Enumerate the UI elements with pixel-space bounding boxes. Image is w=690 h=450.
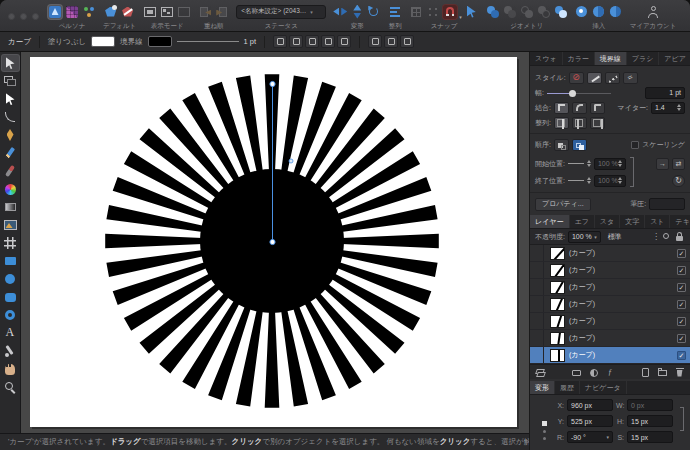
- panel-tab-レイヤー[interactable]: レイヤー: [530, 215, 570, 228]
- fill-color-swatch[interactable]: [91, 36, 115, 47]
- arrow-start-stepper[interactable]: [587, 160, 591, 167]
- insert-target-on-top-icon[interactable]: [400, 35, 414, 48]
- insert-on-top-icon[interactable]: [609, 5, 623, 19]
- layer-name[interactable]: (カーブ): [569, 333, 677, 343]
- rotate-ccw-icon[interactable]: [367, 5, 381, 19]
- stroke-width-panel-slider[interactable]: [547, 89, 611, 97]
- layer-settings-gear-icon[interactable]: [661, 231, 671, 242]
- vector-crop-tool[interactable]: [2, 235, 19, 251]
- view-pixel-icon[interactable]: [160, 5, 174, 19]
- arrows-behind-icon[interactable]: ⇄: [672, 158, 685, 170]
- mask-layer-icon[interactable]: [571, 367, 582, 378]
- panel-tab-カラー[interactable]: カラー: [563, 52, 595, 65]
- align-center-icon[interactable]: [554, 117, 569, 129]
- view-retina-icon[interactable]: [177, 5, 191, 19]
- layer-name[interactable]: (カーブ): [569, 248, 677, 258]
- layer-visible-checkbox[interactable]: ✓: [677, 283, 686, 292]
- transform-input-h[interactable]: 15 px: [627, 415, 673, 427]
- swap-arrows-icon[interactable]: →: [656, 158, 669, 170]
- pressure-profile[interactable]: [649, 198, 685, 210]
- geometry-subtract-icon[interactable]: [503, 5, 517, 19]
- document-view[interactable]: [21, 52, 529, 433]
- arrow-start-style[interactable]: [568, 163, 584, 164]
- stroke-style-brush-icon[interactable]: ≈: [623, 72, 638, 84]
- align-outside-icon[interactable]: [590, 117, 605, 129]
- canvas-area[interactable]: [21, 52, 529, 433]
- panel-tab-境界線[interactable]: 境界線: [595, 52, 627, 65]
- arrow-end-stepper[interactable]: [587, 177, 591, 184]
- layer-thumbnail[interactable]: [550, 349, 565, 362]
- panel-tab-スタ[interactable]: スタ: [595, 215, 620, 228]
- enable-transform-origin-icon[interactable]: [273, 35, 287, 48]
- layer-visible-checkbox[interactable]: ✓: [677, 266, 686, 275]
- delete-layer-icon[interactable]: [674, 367, 685, 378]
- arrow-start-scale-input[interactable]: 100 %: [594, 158, 626, 170]
- layer-thumbnail[interactable]: [550, 332, 565, 345]
- stroke-color-swatch[interactable]: [148, 36, 172, 47]
- minimize-window-icon[interactable]: [20, 13, 27, 20]
- layer-visibility-gutter[interactable]: [530, 245, 544, 261]
- arrow-end-scale-input[interactable]: 100 %: [594, 175, 626, 187]
- join-miter-icon[interactable]: [554, 102, 569, 114]
- pen-tool[interactable]: [2, 127, 19, 143]
- layer-visibility-gutter[interactable]: [530, 262, 544, 278]
- panel-tab-アピア[interactable]: アピア: [659, 52, 690, 65]
- new-layer-icon[interactable]: [640, 367, 651, 378]
- view-tool[interactable]: [2, 361, 19, 377]
- layer-name[interactable]: (カーブ): [569, 265, 677, 275]
- show-alignment-handles-icon[interactable]: [305, 35, 319, 48]
- shape-tool[interactable]: [2, 307, 19, 323]
- stroke-style-dash-icon[interactable]: [605, 72, 620, 84]
- insert-target-behind-icon[interactable]: [384, 35, 398, 48]
- fill-tool[interactable]: [2, 181, 19, 197]
- arrow-end-style[interactable]: [568, 180, 584, 181]
- layer-row[interactable]: (カーブ)✓: [530, 279, 690, 296]
- layer-row[interactable]: (カーブ)✓: [530, 313, 690, 330]
- lock-icon[interactable]: [675, 231, 685, 242]
- transform-objects-separately-icon[interactable]: [321, 35, 335, 48]
- designer-persona-icon[interactable]: [48, 5, 62, 19]
- blend-options-icon[interactable]: ⋮: [652, 231, 658, 242]
- ellipse-tool[interactable]: [2, 271, 19, 287]
- transform-anchor-widget[interactable]: [540, 421, 548, 450]
- chevron-down-icon[interactable]: ▾: [459, 14, 462, 20]
- layer-name[interactable]: (カーブ): [569, 350, 677, 360]
- join-round-icon[interactable]: [572, 102, 587, 114]
- join-bevel-icon[interactable]: [590, 102, 605, 114]
- export-persona-icon[interactable]: [82, 5, 96, 19]
- edit-all-layers-icon[interactable]: [535, 367, 546, 378]
- transform-input-s[interactable]: 15 px: [627, 431, 673, 443]
- adjustment-layer-icon[interactable]: [588, 367, 599, 378]
- geometry-xor-icon[interactable]: [537, 5, 551, 19]
- layer-visible-checkbox[interactable]: ✓: [677, 300, 686, 309]
- layer-visibility-gutter[interactable]: [530, 330, 544, 346]
- transform-input-r[interactable]: -90 °▾: [567, 431, 613, 443]
- dash-properties-button[interactable]: プロパティ...: [535, 198, 591, 211]
- reset-arrows-icon[interactable]: ↻: [672, 175, 685, 187]
- rounded-rectangle-tool[interactable]: [2, 289, 19, 305]
- move-tool[interactable]: [2, 55, 19, 71]
- text-tool[interactable]: A: [2, 325, 19, 341]
- panel-tab-スト[interactable]: スト: [645, 215, 670, 228]
- layer-thumbnail[interactable]: [550, 281, 565, 294]
- snap-magnet-icon[interactable]: [443, 5, 457, 19]
- panel-tab-スウォ[interactable]: スウォ: [530, 52, 563, 65]
- layer-effects-icon[interactable]: ƒ: [605, 367, 616, 378]
- align-inside-icon[interactable]: [572, 117, 587, 129]
- place-image-tool[interactable]: [2, 217, 19, 233]
- layer-visible-checkbox[interactable]: ✓: [677, 334, 686, 343]
- panel-tab-テキ[interactable]: テキ: [670, 215, 690, 228]
- zoom-tool[interactable]: [2, 379, 19, 395]
- geometry-divide-icon[interactable]: [554, 5, 568, 19]
- layer-thumbnail[interactable]: [550, 315, 565, 328]
- layer-name[interactable]: (カーブ): [569, 316, 677, 326]
- layer-visibility-gutter[interactable]: [530, 313, 544, 329]
- transform-input-w[interactable]: 0 px: [627, 399, 673, 411]
- color-picker-tool[interactable]: [2, 343, 19, 359]
- layer-row[interactable]: (カーブ)✓: [530, 347, 690, 364]
- layer-visible-checkbox[interactable]: ✓: [677, 249, 686, 258]
- curve-node-handle[interactable]: [270, 239, 275, 244]
- artboard-tool[interactable]: [2, 73, 19, 89]
- panel-tab-変形[interactable]: 変形: [530, 381, 555, 394]
- layer-visibility-gutter[interactable]: [530, 347, 544, 363]
